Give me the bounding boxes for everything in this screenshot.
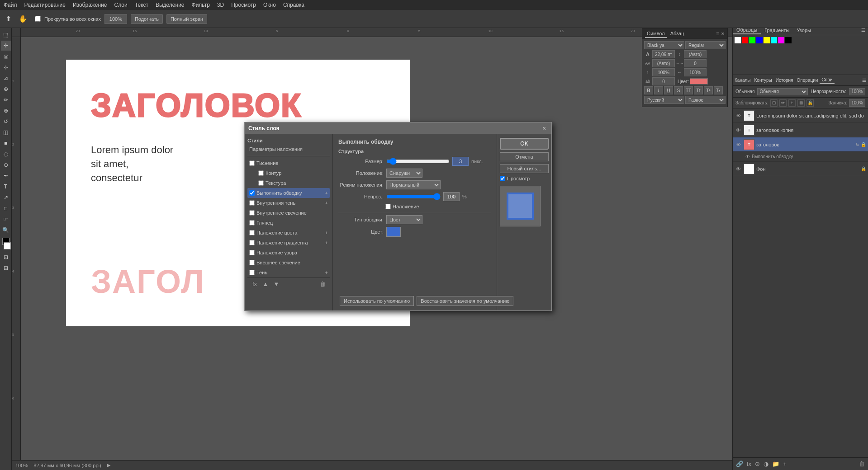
tracking-input[interactable]: [684, 59, 707, 67]
dialog-style-gradient-overlay[interactable]: Наложение градиента +: [247, 238, 330, 248]
dialog-style-pattern-overlay[interactable]: Наложение узора: [247, 248, 330, 258]
blur-tool[interactable]: ◌: [1, 149, 11, 159]
style-select[interactable]: Разное: [685, 96, 726, 104]
actions-tab[interactable]: Операции: [795, 77, 820, 84]
swatch-cyan[interactable]: [771, 37, 777, 43]
menu-image[interactable]: Изображение: [73, 2, 107, 8]
color-overlay-check[interactable]: [249, 230, 255, 235]
dialog-style-outer-glow[interactable]: Внешнее свечение: [247, 258, 330, 268]
dialog-cancel-btn[interactable]: Отмена: [500, 152, 549, 161]
dialog-style-color-overlay[interactable]: Наложение цвета +: [247, 228, 330, 238]
gloss-check[interactable]: [249, 220, 255, 226]
swatch-green[interactable]: [749, 37, 755, 43]
dialog-style-inner-glow[interactable]: Внутреннее свечение: [247, 208, 330, 218]
stroke-check[interactable]: [249, 190, 255, 196]
paths-tab[interactable]: Контуры: [753, 77, 774, 84]
fill-input[interactable]: [849, 99, 865, 107]
screen-mode-btn[interactable]: ⊟: [1, 263, 11, 273]
hand-tool-btn[interactable]: ✋: [17, 14, 29, 24]
color-swatch[interactable]: [690, 78, 708, 85]
dialog-style-kontur[interactable]: Контур: [247, 168, 330, 178]
leading-input[interactable]: [684, 50, 707, 58]
dialog-style-tisnenie[interactable]: Тиснение: [247, 158, 330, 168]
shape-tool[interactable]: □: [1, 203, 11, 213]
dialog-style-gloss[interactable]: Глянец: [247, 218, 330, 228]
pen-tool[interactable]: ✒: [1, 171, 11, 181]
gradient-overlay-check[interactable]: [249, 240, 255, 245]
dialog-style-stroke[interactable]: Выполнить обводку +: [247, 188, 330, 198]
fullscreen-btn[interactable]: Полный экран: [166, 14, 207, 24]
bold-btn[interactable]: B: [644, 86, 653, 94]
char-panel-menu[interactable]: ≡: [716, 31, 719, 37]
stroke-add-btn[interactable]: +: [325, 190, 328, 196]
layer-eye-1[interactable]: 👁: [735, 112, 742, 119]
menu-3d[interactable]: 3D: [217, 2, 224, 8]
layers-tab-active[interactable]: Слои: [820, 76, 834, 84]
italic-btn[interactable]: I: [654, 86, 663, 94]
add-adjustment-btn[interactable]: ◑: [762, 460, 770, 468]
layer-sub-eye[interactable]: 👁: [745, 154, 750, 159]
zoom-tool[interactable]: 🔍: [1, 225, 11, 235]
scroll-all-checkbox[interactable]: [35, 16, 41, 22]
crop-tool[interactable]: ⊹: [1, 62, 11, 72]
scale-h-input[interactable]: [684, 68, 707, 76]
add-layer-btn[interactable]: +: [782, 460, 788, 468]
menu-select[interactable]: Выделение: [156, 2, 185, 8]
dialog-down-btn[interactable]: ▼: [272, 280, 281, 289]
history-tab[interactable]: История: [774, 77, 795, 84]
swatch-red[interactable]: [742, 37, 748, 43]
add-group-btn[interactable]: 📁: [771, 460, 781, 468]
gradient-overlay-add-btn[interactable]: +: [325, 240, 328, 245]
size-input[interactable]: [452, 157, 469, 166]
move-tool[interactable]: ✛: [1, 41, 11, 51]
preview-check[interactable]: [500, 176, 505, 181]
fit-btn[interactable]: Подогнать: [131, 14, 163, 24]
dialog-ok-btn[interactable]: OK: [500, 138, 549, 150]
dialog-style-params[interactable]: Параметры наложения: [247, 144, 330, 154]
opacity-slider[interactable]: [386, 195, 441, 198]
background-color[interactable]: [4, 242, 11, 249]
color-overlay-add-btn[interactable]: +: [325, 230, 328, 235]
layer-item-2[interactable]: 👁 T заголовок копия: [733, 123, 868, 137]
opacity-input-dlg[interactable]: [443, 192, 460, 201]
position-select[interactable]: Снаружи Внутри По центру: [386, 169, 422, 178]
lock-transparent-btn[interactable]: ⊡: [770, 99, 778, 107]
dialog-fx-btn[interactable]: fx: [250, 280, 259, 289]
zoom-input[interactable]: [104, 14, 127, 24]
char-tab-paragraph[interactable]: Абзац: [669, 30, 686, 38]
dialog-trash-btn[interactable]: 🗑: [318, 280, 327, 289]
dialog-up-btn[interactable]: ▲: [261, 280, 270, 289]
brush-tool[interactable]: ✏: [1, 95, 11, 105]
hand-tool-left[interactable]: ☞: [1, 214, 11, 224]
layer-eye-2[interactable]: 👁: [735, 127, 742, 134]
swatch-yellow[interactable]: [764, 37, 770, 43]
selection-tool[interactable]: ⬚: [1, 30, 11, 40]
dialog-close-btn[interactable]: ×: [541, 125, 548, 132]
blend-mode-select[interactable]: Обычная: [757, 88, 808, 95]
baseline-input[interactable]: [652, 77, 675, 85]
layer-item-3[interactable]: 👁 T заголовок fx 🔒: [733, 137, 868, 152]
underline-btn[interactable]: U: [664, 86, 673, 94]
sub-btn[interactable]: T₁: [714, 86, 723, 94]
delete-layer-btn[interactable]: 🗑: [858, 460, 866, 468]
allcaps-btn[interactable]: TT: [684, 86, 693, 94]
path-tool[interactable]: ↗: [1, 193, 11, 202]
lock-artboard-btn[interactable]: ⊠: [797, 99, 805, 107]
dialog-new-style-btn[interactable]: Новый стиль...: [500, 164, 549, 173]
scale-v-input[interactable]: [652, 68, 675, 76]
menu-text[interactable]: Текст: [135, 2, 148, 8]
language-select[interactable]: Русский: [644, 96, 684, 104]
layer-sub-stroke[interactable]: 👁 Выполнить обводку: [733, 152, 868, 162]
shadow-check[interactable]: [249, 270, 255, 275]
clone-tool[interactable]: ⊛: [1, 106, 11, 116]
tisnenie-check[interactable]: [249, 160, 255, 166]
dodge-tool[interactable]: ⊙: [1, 160, 11, 170]
font-family-select[interactable]: Black ya: [644, 41, 684, 49]
swatch-magenta[interactable]: [778, 37, 784, 43]
blend-mode-dlg-select[interactable]: Нормальный: [386, 180, 441, 189]
lasso-tool[interactable]: ◎: [1, 52, 11, 61]
menu-window[interactable]: Окно: [263, 2, 276, 8]
inner-shadow-add-btn[interactable]: +: [325, 200, 328, 206]
channels-tab[interactable]: Каналы: [733, 77, 753, 84]
lock-all-btn[interactable]: 🔒: [806, 99, 814, 107]
